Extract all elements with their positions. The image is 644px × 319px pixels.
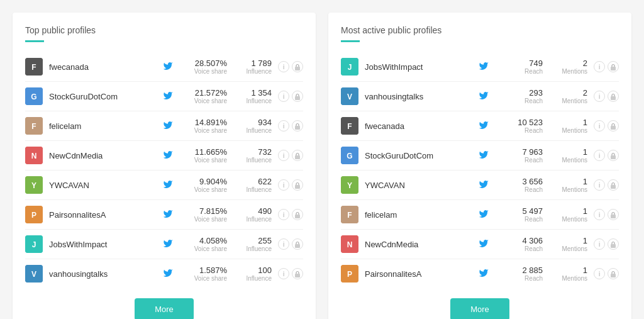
profile-name-right-ywcavan: YWCAVAN: [365, 181, 479, 190]
lock-icon-jobswithimpact[interactable]: [292, 238, 303, 250]
influence-label: Influence: [246, 68, 272, 75]
influence-value: 1 354: [251, 88, 272, 98]
lock-icon-pairsonnalitesa[interactable]: [292, 209, 303, 220]
lock-icon-ywcavan[interactable]: [292, 179, 303, 191]
lock-icon-right-jobswithimpact[interactable]: [608, 61, 619, 72]
info-icon-ywcavan[interactable]: i: [278, 179, 289, 191]
left-profile-row: G StockGuruDotCom 21.572% Voice share 1 …: [25, 82, 303, 111]
left-panel-title: Top public profiles: [25, 25, 303, 35]
svg-rect-44: [611, 244, 616, 248]
twitter-icon-right-fwecanada: [479, 120, 489, 132]
left-profile-row: N NewCdnMedia 11.665% Voice share 732 In…: [25, 141, 303, 171]
left-more-button[interactable]: More: [135, 298, 194, 319]
svg-rect-11: [295, 155, 300, 159]
info-icon-right-ywcavan[interactable]: i: [594, 179, 605, 191]
info-icon-fwecanada[interactable]: i: [278, 61, 289, 72]
right-more-button[interactable]: More: [450, 298, 509, 319]
row-actions-fwecanada: i: [278, 61, 303, 72]
avatar-jobswithimpact: J: [25, 235, 43, 253]
influence-value: 622: [258, 177, 272, 186]
right-profile-row: F fwecanada 10 523 Reach 1 Mentions i: [341, 111, 619, 141]
profile-name-right-fwecanada: fwecanada: [365, 121, 479, 131]
reach-label: Reach: [525, 157, 543, 164]
svg-text:V: V: [347, 92, 352, 101]
info-icon-jobswithimpact[interactable]: i: [278, 238, 289, 250]
voice-share-label: Voice share: [194, 186, 227, 193]
mentions-label: Mentions: [562, 127, 587, 134]
voice-share-stats-fwecanada: 28.507% Voice share: [183, 59, 227, 75]
voice-share-label: Voice share: [194, 216, 227, 223]
info-icon-right-pairsonnalitesa[interactable]: i: [594, 268, 605, 279]
info-icon-right-newcdnmedia[interactable]: i: [594, 238, 605, 250]
info-icon-right-vanhousingtalks[interactable]: i: [594, 91, 605, 102]
left-profiles-list: F fwecanada 28.507% Voice share 1 789 In…: [25, 52, 303, 288]
mentions-label: Mentions: [562, 216, 587, 223]
mentions-stats-felicelam: 1 Mentions: [553, 206, 587, 223]
lock-icon-right-newcdnmedia[interactable]: [608, 238, 619, 250]
mentions-value: 1: [583, 206, 587, 216]
voice-share-value: 21.572%: [195, 88, 227, 98]
lock-icon-right-pairsonnalitesa[interactable]: [608, 268, 619, 279]
voice-share-stats-ywcavan: 9.904% Voice share: [183, 177, 227, 193]
info-icon-right-stockgurudotcom[interactable]: i: [594, 150, 605, 161]
lock-icon-right-fwecanada[interactable]: [608, 120, 619, 132]
twitter-icon-right-jobswithimpact: [479, 61, 489, 73]
profile-name-vanhousingtalks: vanhousingtalks: [49, 269, 163, 279]
lock-icon-stockgurudotcom[interactable]: [292, 91, 303, 102]
row-actions-pairsonnalitesa: i: [278, 209, 303, 220]
profile-name-right-felicelam: felicelam: [365, 210, 479, 220]
lock-icon-right-vanhousingtalks[interactable]: [608, 91, 619, 102]
lock-icon-fwecanada[interactable]: [292, 61, 303, 72]
main-container: Top public profiles F fwecanada 28.507% …: [13, 13, 631, 319]
avatar-felicelam: F: [341, 206, 358, 223]
mentions-value: 1: [583, 147, 587, 157]
row-actions-right-felicelam: i: [594, 209, 619, 220]
influence-label: Influence: [246, 216, 272, 223]
avatar-ywcavan: Y: [341, 176, 358, 194]
voice-share-value: 4.058%: [199, 236, 227, 245]
row-actions-right-pairsonnalitesa: i: [594, 268, 619, 279]
left-panel: Top public profiles F fwecanada 28.507% …: [13, 13, 316, 319]
info-icon-right-jobswithimpact[interactable]: i: [594, 61, 605, 72]
lock-icon-newcdnmedia[interactable]: [292, 150, 303, 161]
voice-share-stats-vanhousingtalks: 1.587% Voice share: [183, 266, 227, 282]
info-icon-newcdnmedia[interactable]: i: [278, 150, 289, 161]
svg-rect-17: [295, 215, 300, 218]
info-icon-stockgurudotcom[interactable]: i: [278, 91, 289, 102]
info-icon-felicelam[interactable]: i: [278, 120, 289, 132]
svg-text:P: P: [347, 270, 352, 279]
influence-label: Influence: [246, 157, 272, 164]
svg-rect-32: [611, 126, 616, 130]
info-icon-pairsonnalitesa[interactable]: i: [278, 209, 289, 220]
info-icon-right-fwecanada[interactable]: i: [594, 120, 605, 132]
avatar-vanhousingtalks: V: [25, 265, 43, 283]
reach-stats-newcdnmedia: 4 306 Reach: [499, 236, 543, 252]
lock-icon-felicelam[interactable]: [292, 120, 303, 132]
influence-value: 490: [258, 206, 272, 216]
info-icon-vanhousingtalks[interactable]: i: [278, 268, 289, 279]
right-profile-row: G StockGuruDotCom 7 963 Reach 1 Mentions…: [341, 141, 619, 171]
mentions-value: 2: [583, 59, 587, 68]
lock-icon-right-felicelam[interactable]: [608, 209, 619, 220]
lock-icon-vanhousingtalks[interactable]: [292, 268, 303, 279]
profile-name-felicelam: felicelam: [49, 121, 163, 131]
mentions-stats-fwecanada: 1 Mentions: [553, 118, 587, 134]
row-actions-right-vanhousingtalks: i: [594, 91, 619, 102]
right-profile-row: J JobsWithImpact 749 Reach 2 Mentions i: [341, 52, 619, 82]
twitter-icon-right-stockgurudotcom: [479, 150, 489, 162]
voice-share-stats-felicelam: 14.891% Voice share: [183, 118, 227, 134]
voice-share-stats-stockgurudotcom: 21.572% Voice share: [183, 88, 227, 104]
voice-share-label: Voice share: [194, 127, 227, 134]
reach-value: 5 497: [522, 206, 543, 216]
svg-rect-41: [611, 215, 616, 218]
influence-label: Influence: [246, 245, 272, 252]
lock-icon-right-stockgurudotcom[interactable]: [608, 150, 619, 161]
info-icon-right-felicelam[interactable]: i: [594, 209, 605, 220]
influence-stats-ywcavan: 622 Influence: [237, 177, 272, 193]
mentions-label: Mentions: [562, 275, 587, 282]
influence-value: 732: [258, 147, 272, 157]
row-actions-right-ywcavan: i: [594, 179, 619, 191]
voice-share-value: 14.891%: [195, 118, 227, 127]
avatar-fwecanada: F: [341, 117, 358, 135]
lock-icon-right-ywcavan[interactable]: [608, 179, 619, 191]
